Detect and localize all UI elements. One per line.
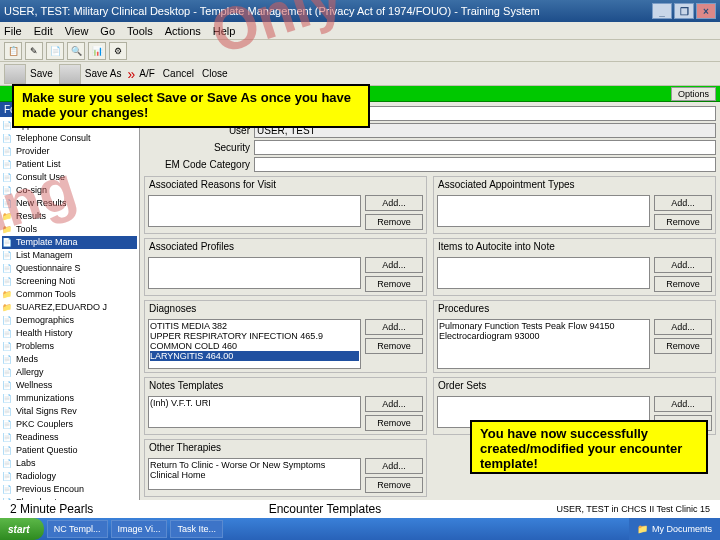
tree-item[interactable]: Allergy xyxy=(2,366,137,379)
orders-add[interactable]: Add... xyxy=(654,396,712,412)
tree-item[interactable]: New Results xyxy=(2,197,137,210)
tb-icon-6[interactable]: ⚙ xyxy=(109,42,127,60)
other-header: Other Therapies xyxy=(145,440,426,455)
notes-list[interactable]: (Inh) V.F.T. URI xyxy=(148,396,361,428)
task-2[interactable]: Image Vi... xyxy=(111,520,168,538)
tree-item[interactable]: Patient Questio xyxy=(2,444,137,457)
tree-item[interactable]: Provider xyxy=(2,145,137,158)
autocite-list[interactable] xyxy=(437,257,650,289)
tree-item[interactable]: SUAREZ,EDUARDO J xyxy=(2,301,137,314)
footer-right: USER, TEST in CHCS II Test Clinic 15 xyxy=(556,504,710,514)
reasons-add[interactable]: Add... xyxy=(365,195,423,211)
saveas-button[interactable]: Save As xyxy=(85,68,122,79)
menu-edit[interactable]: Edit xyxy=(34,25,53,37)
arrow-indicator: » xyxy=(128,66,136,82)
reasons-list[interactable] xyxy=(148,195,361,227)
menubar: File Edit View Go Tools Actions Help xyxy=(0,22,720,40)
diagnoses-header: Diagnoses xyxy=(145,301,426,316)
procedures-add[interactable]: Add... xyxy=(654,319,712,335)
tree-item[interactable]: Labs xyxy=(2,457,137,470)
procedures-remove[interactable]: Remove xyxy=(654,338,712,354)
tb-icon-2[interactable]: ✎ xyxy=(25,42,43,60)
window-minimize[interactable]: _ xyxy=(652,3,672,19)
diagnoses-add[interactable]: Add... xyxy=(365,319,423,335)
other-list[interactable]: Return To Clinic - Worse Or New Symptoms… xyxy=(148,458,361,490)
tree-item[interactable]: Vital Signs Rev xyxy=(2,405,137,418)
tree-item[interactable]: Co-sign xyxy=(2,184,137,197)
folder-pane: Folder... AppointmentTelephone ConsultPr… xyxy=(0,102,140,500)
tb-icon-1[interactable]: 📋 xyxy=(4,42,22,60)
menu-actions[interactable]: Actions xyxy=(165,25,201,37)
orders-header: Order Sets xyxy=(434,378,715,393)
callout-save-reminder: Make sure you select Save or Save As onc… xyxy=(12,84,370,128)
close-button[interactable]: Close xyxy=(202,68,228,79)
reasons-remove[interactable]: Remove xyxy=(365,214,423,230)
tree-item[interactable]: Tools xyxy=(2,223,137,236)
tree-item[interactable]: Previous Encoun xyxy=(2,483,137,496)
tree-item[interactable]: PKC Couplers xyxy=(2,418,137,431)
security-input[interactable] xyxy=(254,140,716,155)
tree-item[interactable]: Screening Noti xyxy=(2,275,137,288)
tree-item[interactable]: Results xyxy=(2,210,137,223)
diagnoses-remove[interactable]: Remove xyxy=(365,338,423,354)
taskbar: start NC Templ... Image Vi... Task Ite..… xyxy=(0,518,720,540)
tb-icon-3[interactable]: 📄 xyxy=(46,42,64,60)
tree-item[interactable]: Readiness xyxy=(2,431,137,444)
menu-tools[interactable]: Tools xyxy=(127,25,153,37)
menu-help[interactable]: Help xyxy=(213,25,236,37)
footer-left: 2 Minute Pearls xyxy=(10,502,93,516)
autocite-header: Items to Autocite into Note xyxy=(434,239,715,254)
procedures-header: Procedures xyxy=(434,301,715,316)
tree-item[interactable]: Problems xyxy=(2,340,137,353)
diagnoses-list[interactable]: OTITIS MEDIA 382UPPER RESPIRATORY INFECT… xyxy=(148,319,361,369)
emcode-input[interactable] xyxy=(254,157,716,172)
tree-item[interactable]: Demographics xyxy=(2,314,137,327)
other-remove[interactable]: Remove xyxy=(365,477,423,493)
window-maximize[interactable]: ❐ xyxy=(674,3,694,19)
tree-item[interactable]: Meds xyxy=(2,353,137,366)
window-close[interactable]: × xyxy=(696,3,716,19)
appts-list[interactable] xyxy=(437,195,650,227)
other-add[interactable]: Add... xyxy=(365,458,423,474)
tree-item[interactable]: Wellness xyxy=(2,379,137,392)
tree-item[interactable]: Health History xyxy=(2,327,137,340)
system-tray[interactable]: 📁My Documents xyxy=(629,518,720,540)
tree-item[interactable]: Common Tools xyxy=(2,288,137,301)
task-1[interactable]: NC Templ... xyxy=(47,520,108,538)
tree-item[interactable]: Template Mana xyxy=(2,236,137,249)
tree-item[interactable]: Consult Use xyxy=(2,171,137,184)
menu-go[interactable]: Go xyxy=(100,25,115,37)
tree-item[interactable]: Radiology xyxy=(2,470,137,483)
tree-item[interactable]: Immunizations xyxy=(2,392,137,405)
procedures-list[interactable]: Pulmonary Function Tests Peak Flow 94150… xyxy=(437,319,650,369)
notes-remove[interactable]: Remove xyxy=(365,415,423,431)
save-button[interactable]: Save xyxy=(30,68,53,79)
tb-icon-4[interactable]: 🔍 xyxy=(67,42,85,60)
notes-add[interactable]: Add... xyxy=(365,396,423,412)
tb-icon-5[interactable]: 📊 xyxy=(88,42,106,60)
tree-item[interactable]: Questionnaire S xyxy=(2,262,137,275)
footer-center: Encounter Templates xyxy=(93,502,556,516)
profiles-list[interactable] xyxy=(148,257,361,289)
profiles-add[interactable]: Add... xyxy=(365,257,423,273)
task-3[interactable]: Task Ite... xyxy=(170,520,223,538)
options-button[interactable]: Options xyxy=(671,87,716,101)
start-button[interactable]: start xyxy=(0,518,44,540)
tree-item[interactable]: List Managem xyxy=(2,249,137,262)
menu-view[interactable]: View xyxy=(65,25,89,37)
autocite-remove[interactable]: Remove xyxy=(654,276,712,292)
saveas-icon[interactable] xyxy=(59,64,81,84)
tree-item[interactable]: Patient List xyxy=(2,158,137,171)
tree-item[interactable]: Telephone Consult xyxy=(2,132,137,145)
security-label: Security xyxy=(144,142,254,153)
autocite-add[interactable]: Add... xyxy=(654,257,712,273)
af-button[interactable]: A/F xyxy=(139,68,155,79)
menu-file[interactable]: File xyxy=(4,25,22,37)
folder-tree[interactable]: AppointmentTelephone ConsultProviderPati… xyxy=(0,117,139,500)
cancel-button[interactable]: Cancel xyxy=(163,68,194,79)
appts-remove[interactable]: Remove xyxy=(654,214,712,230)
profiles-remove[interactable]: Remove xyxy=(365,276,423,292)
appts-add[interactable]: Add... xyxy=(654,195,712,211)
save-icon[interactable] xyxy=(4,64,26,84)
appts-header: Associated Appointment Types xyxy=(434,177,715,192)
